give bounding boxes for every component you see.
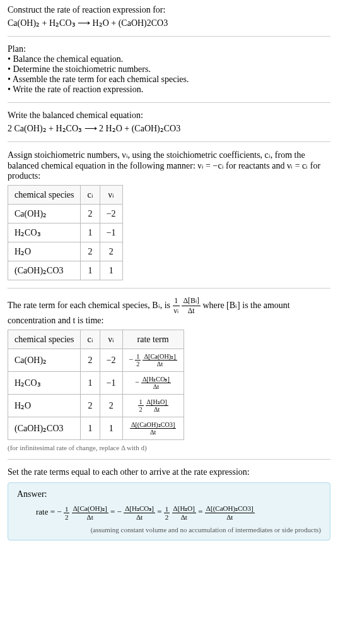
species-cell: Ca(OH)₂: [8, 205, 81, 224]
stoich-section: Assign stoichiometric numbers, νᵢ, using…: [8, 150, 330, 280]
table-row: H₂O 2 2 12 Δ[H₂O]Δt: [8, 395, 184, 417]
plan-item: Assemble the rate term for each chemical…: [8, 75, 330, 85]
answer-equation: rate = − 12 Δ[Ca(OH)₂]Δt = − Δ[H₂CO₃]Δt …: [17, 504, 321, 521]
c-cell: 1: [81, 224, 100, 242]
species-cell: H₂O: [8, 242, 81, 261]
table-row: H₂O 2 2: [8, 242, 123, 261]
v-cell: −1: [100, 224, 122, 242]
balanced-section: Write the balanced chemical equation: 2 …: [8, 110, 330, 134]
plan-item: Determine the stoichiometric numbers.: [8, 64, 330, 75]
rate-label: rate =: [36, 507, 57, 516]
plan-item: Write the rate of reaction expression.: [8, 85, 330, 95]
c-cell: 1: [81, 372, 100, 395]
col-header: rate term: [122, 330, 184, 349]
rateterm-table: chemical species cᵢ νᵢ rate term Ca(OH)₂…: [8, 330, 184, 440]
c-cell: 2: [81, 242, 100, 261]
col-header: cᵢ: [81, 186, 100, 205]
c-cell: 2: [81, 205, 100, 224]
delta-fraction: Δ[H₂CO₃]Δt: [141, 376, 171, 390]
col-header: chemical species: [8, 186, 81, 205]
divider: [8, 288, 330, 289]
delta-fraction: Δ[H₂O]Δt: [172, 504, 196, 521]
answer-term: Δ[(CaOH)₂CO3]Δt: [205, 507, 255, 516]
fraction: Δ[Bᵢ]Δt: [182, 296, 201, 316]
delta-fraction: Δ[H₂CO₃]Δt: [124, 504, 155, 521]
species-cell: (CaOH)₂CO3: [8, 417, 81, 440]
species-cell: Ca(OH)₂: [8, 349, 81, 372]
table-row: (CaOH)₂CO3 1 1 Δ[(CaOH)₂CO3]Δt: [8, 417, 184, 440]
answer-label: Answer:: [17, 489, 321, 499]
table-row: H₂CO₃ 1 −1 − Δ[H₂CO₃]Δt: [8, 372, 184, 395]
species-cell: H₂O: [8, 395, 81, 417]
coef-fraction: 12: [138, 398, 144, 413]
delta-fraction: Δ[Ca(OH)₂]Δt: [143, 353, 177, 367]
final-heading: Set the rate terms equal to each other t…: [8, 467, 330, 477]
species-cell: H₂CO₃: [8, 372, 81, 395]
v-cell: 2: [100, 242, 122, 261]
rateterm-note: (for infinitesimal rate of change, repla…: [8, 444, 330, 451]
v-cell: 1: [100, 261, 122, 280]
plan-heading: Plan:: [8, 44, 330, 54]
rateterm-cell: 12 Δ[H₂O]Δt: [122, 395, 184, 417]
c-cell: 2: [81, 395, 100, 417]
delta-fraction: Δ[H₂O]Δt: [146, 398, 168, 413]
col-header: νᵢ: [100, 186, 122, 205]
delta-fraction: Δ[Ca(OH)₂]Δt: [72, 504, 108, 521]
rateterm-text: The rate term for each chemical species,…: [8, 296, 330, 326]
table-row: Ca(OH)₂ 2 −2 − 12 Δ[Ca(OH)₂]Δt: [8, 349, 184, 372]
sign: −: [117, 507, 122, 516]
page-title: Construct the rate of reaction expressio…: [8, 5, 330, 15]
col-header: chemical species: [8, 330, 81, 349]
divider: [8, 102, 330, 103]
species-cell: H₂CO₃: [8, 224, 81, 242]
v-cell: −1: [100, 372, 122, 395]
divider: [8, 141, 330, 142]
rateterm-cell: − 12 Δ[Ca(OH)₂]Δt: [122, 349, 184, 372]
col-header: cᵢ: [81, 330, 100, 349]
c-cell: 1: [81, 261, 100, 280]
sign: −: [129, 355, 134, 364]
table-row: H₂CO₃ 1 −1: [8, 224, 123, 242]
answer-term: − 12 Δ[Ca(OH)₂]Δt: [57, 507, 110, 516]
divider: [8, 36, 330, 37]
final-section: Set the rate terms equal to each other t…: [8, 467, 330, 477]
table-header-row: chemical species cᵢ νᵢ: [8, 186, 123, 205]
v-cell: 2: [100, 395, 122, 417]
plan-section: Plan: Balance the chemical equation. Det…: [8, 44, 330, 95]
plan-item: Balance the chemical equation.: [8, 54, 330, 64]
col-header: νᵢ: [100, 330, 122, 349]
species-cell: (CaOH)₂CO3: [8, 261, 81, 280]
stoich-table: chemical species cᵢ νᵢ Ca(OH)₂ 2 −2 H₂CO…: [8, 185, 123, 280]
delta-fraction: Δ[(CaOH)₂CO3]Δt: [130, 421, 176, 436]
coef-fraction: 12: [64, 505, 70, 521]
coef-fraction: 12: [135, 353, 141, 367]
sign: −: [135, 378, 139, 386]
table-row: (CaOH)₂CO3 1 1: [8, 261, 123, 280]
delta-fraction: Δ[(CaOH)₂CO3]Δt: [205, 504, 255, 521]
title-section: Construct the rate of reaction expressio…: [8, 5, 330, 28]
coef-fraction: 12: [164, 505, 170, 521]
table-header-row: chemical species cᵢ νᵢ rate term: [8, 330, 184, 349]
balanced-equation: 2 Ca(OH)₂ + H₂CO₃ ⟶ 2 H₂O + (CaOH)₂CO3: [8, 123, 330, 134]
table-row: Ca(OH)₂ 2 −2: [8, 205, 123, 224]
answer-term: 12 Δ[H₂O]Δt: [164, 507, 198, 516]
answer-note: (assuming constant volume and no accumul…: [17, 526, 321, 534]
c-cell: 1: [81, 417, 100, 440]
stoich-text: Assign stoichiometric numbers, νᵢ, using…: [8, 150, 330, 181]
rateterm-cell: Δ[(CaOH)₂CO3]Δt: [122, 417, 184, 440]
v-cell: −2: [100, 349, 122, 372]
rateterm-section: The rate term for each chemical species,…: [8, 296, 330, 451]
rateterm-formula: 1νᵢ Δ[Bᵢ]Δt: [173, 301, 203, 310]
v-cell: −2: [100, 205, 122, 224]
balanced-heading: Write the balanced chemical equation:: [8, 110, 330, 121]
answer-term: − Δ[H₂CO₃]Δt: [117, 507, 158, 516]
answer-box: Answer: rate = − 12 Δ[Ca(OH)₂]Δt = − Δ[H…: [8, 482, 330, 540]
plan-list: Balance the chemical equation. Determine…: [8, 54, 330, 95]
divider: [8, 459, 330, 460]
v-cell: 1: [100, 417, 122, 440]
c-cell: 2: [81, 349, 100, 372]
rateterm-cell: − Δ[H₂CO₃]Δt: [122, 372, 184, 395]
fraction: 1νᵢ: [173, 296, 180, 316]
rateterm-prefix: The rate term for each chemical species,…: [8, 301, 173, 310]
sign: −: [57, 507, 61, 516]
